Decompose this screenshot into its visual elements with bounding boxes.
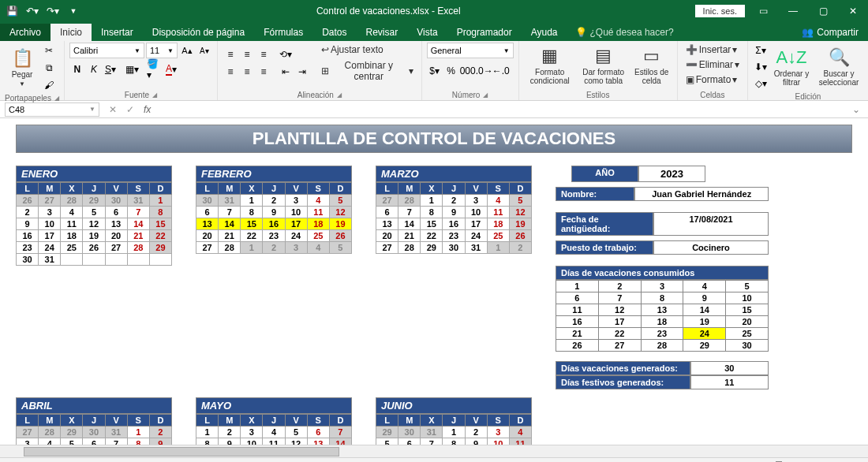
format-table-button[interactable]: ▤Dar formato como tabla: [578, 43, 630, 88]
merge-icon: ⊞: [321, 65, 329, 76]
name-box[interactable]: C48▼: [5, 102, 99, 117]
orientation-icon[interactable]: ⟲▾: [278, 47, 294, 62]
calendar-mayo: MAYOLMXJVSD12345678910111213141516171819…: [196, 397, 352, 445]
percent-icon[interactable]: %: [443, 63, 459, 79]
share-button[interactable]: 👥Compartir: [792, 24, 868, 41]
font-size-combo[interactable]: 11▼: [146, 43, 178, 58]
fx-icon[interactable]: fx: [139, 104, 155, 115]
currency-icon[interactable]: $▾: [427, 63, 443, 79]
tab-home[interactable]: Inicio: [51, 24, 92, 41]
cell-style-icon: ▭: [643, 46, 660, 66]
align-middle-icon[interactable]: ≡: [239, 47, 255, 62]
expand-formula-icon[interactable]: ⌄: [852, 104, 860, 115]
tab-developer[interactable]: Programador: [447, 24, 522, 41]
tab-help[interactable]: Ayuda: [522, 24, 567, 41]
enter-formula-icon[interactable]: ✓: [122, 104, 139, 115]
fill-color-icon[interactable]: 🪣▾: [147, 61, 163, 77]
qat-customize-icon[interactable]: ▼: [65, 2, 82, 20]
insert-icon: ➕: [686, 44, 698, 55]
autosum-icon[interactable]: Σ▾: [753, 43, 769, 58]
merge-center-button[interactable]: ⊞Combinar y centrar▾: [318, 58, 417, 84]
grow-font-icon[interactable]: A▴: [179, 43, 195, 58]
formula-input[interactable]: [155, 102, 852, 117]
align-right-icon[interactable]: ≡: [256, 64, 271, 80]
font-color-icon[interactable]: A▾: [163, 61, 179, 77]
group-clipboard: 📋Pegar▼ ✂ ⧉ 🖌 Portapapeles◢: [0, 41, 65, 100]
copy-icon[interactable]: ⧉: [41, 60, 57, 76]
tab-review[interactable]: Revisar: [357, 24, 408, 41]
border-icon[interactable]: ▦▾: [125, 61, 140, 77]
clear-icon[interactable]: ◇▾: [753, 76, 769, 91]
wrap-text-button[interactable]: ↩Ajustar texto: [318, 43, 417, 57]
align-launcher-icon[interactable]: ◢: [337, 91, 342, 99]
format-painter-icon[interactable]: 🖌: [41, 77, 57, 93]
decrease-decimal-icon[interactable]: ←.0: [493, 63, 509, 79]
align-top-icon[interactable]: ≡: [223, 47, 238, 62]
wrap-icon: ↩: [321, 44, 329, 55]
comma-icon[interactable]: 000: [460, 63, 476, 79]
lightbulb-icon: 💡: [575, 27, 587, 38]
window-title: Control de vacaciones.xlsx - Excel: [82, 6, 695, 17]
format-cells-button[interactable]: ▣Formato▾: [683, 73, 741, 87]
calendar-marzo: MARZOLMXJVSD2728123456789101112131415161…: [376, 166, 532, 389]
calendar-junio: JUNIOLMXJVSD2930311234567891011121314151…: [376, 397, 532, 445]
tab-layout[interactable]: Disposición de página: [143, 24, 254, 41]
number-format-combo[interactable]: General▼: [427, 43, 514, 58]
conditional-format-button[interactable]: ▦Formato condicional: [524, 43, 576, 88]
normal-view-icon[interactable]: ▦: [650, 460, 671, 463]
tab-data[interactable]: Datos: [312, 24, 356, 41]
worksheet-area[interactable]: PLANTILLA DE CONTROL DE VACACIONES ENERO…: [0, 118, 868, 445]
signin-button[interactable]: Inic. ses.: [695, 5, 745, 17]
cancel-formula-icon[interactable]: ✕: [104, 104, 122, 115]
increase-decimal-icon[interactable]: .0→: [477, 63, 492, 79]
save-icon[interactable]: 💾: [3, 2, 21, 20]
tab-file[interactable]: Archivo: [0, 24, 51, 41]
shrink-font-icon[interactable]: A▾: [196, 43, 212, 58]
ribbon-display-icon[interactable]: ▭: [751, 0, 775, 22]
calendar-abril: ABRILLMXJVSD2728293031123456789101112131…: [16, 397, 172, 445]
tell-me[interactable]: 💡¿Qué desea hacer?: [567, 24, 682, 41]
undo-icon[interactable]: ↶▾: [24, 2, 41, 20]
clipboard-launcher-icon[interactable]: ◢: [54, 95, 59, 102]
font-name-combo[interactable]: Calibri▼: [69, 43, 144, 58]
tab-formulas[interactable]: Fórmulas: [254, 24, 312, 41]
align-center-icon[interactable]: ≡: [239, 64, 255, 80]
delete-cells-button[interactable]: ➖Eliminar▾: [683, 58, 743, 72]
increase-indent-icon[interactable]: ⇥: [294, 64, 310, 80]
group-editing: Σ▾ ⬇▾ ◇▾ A↓ZOrdenar y filtrar 🔍Buscar y …: [748, 41, 868, 100]
redo-icon[interactable]: ↷▾: [44, 2, 62, 20]
minimize-icon[interactable]: —: [781, 0, 805, 22]
fill-icon[interactable]: ⬇▾: [753, 59, 769, 75]
underline-icon[interactable]: S▾: [103, 61, 118, 77]
sort-filter-button[interactable]: A↓ZOrdenar y filtrar: [770, 44, 813, 90]
calendar-title: JUNIO: [376, 397, 532, 414]
close-icon[interactable]: ✕: [841, 0, 865, 22]
align-left-icon[interactable]: ≡: [223, 64, 238, 80]
cell-styles-button[interactable]: ▭Estilos de celda: [631, 43, 672, 88]
paste-button[interactable]: 📋Pegar▼: [5, 45, 39, 91]
align-bottom-icon[interactable]: ≡: [256, 47, 271, 62]
group-alignment: ≡ ≡ ≡ ⟲▾ ≡ ≡ ≡ ⇤ ⇥ ↩Ajustar texto ⊞Combi…: [218, 41, 422, 100]
share-icon: 👥: [802, 27, 814, 38]
maximize-icon[interactable]: ▢: [811, 0, 835, 22]
horizontal-scrollbar[interactable]: [0, 445, 868, 457]
bold-icon[interactable]: N: [69, 61, 85, 77]
font-launcher-icon[interactable]: ◢: [152, 91, 157, 99]
italic-icon[interactable]: K: [86, 61, 102, 77]
tab-view[interactable]: Vista: [407, 24, 447, 41]
decrease-indent-icon[interactable]: ⇤: [278, 64, 294, 80]
page-break-icon[interactable]: ▤: [691, 460, 712, 463]
cut-icon[interactable]: ✂: [41, 43, 57, 58]
title-bar: 💾 ↶▾ ↷▾ ▼ Control de vacaciones.xlsx - E…: [0, 0, 868, 22]
find-select-button[interactable]: 🔍Buscar y seleccionar: [814, 44, 863, 90]
status-bar: Listo ▦ ▦ ▥ ▤ − + 110 %: [0, 457, 868, 462]
page-layout-icon[interactable]: ▥: [671, 460, 691, 463]
calendar-title: MARZO: [376, 166, 532, 182]
cond-format-icon: ▦: [541, 46, 558, 66]
tab-insert[interactable]: Insertar: [92, 24, 143, 41]
insert-cells-button[interactable]: ➕Insertar▾: [683, 43, 741, 57]
calendar-enero: ENEROLMXJVSD2627282930311234567891011121…: [16, 166, 172, 389]
number-launcher-icon[interactable]: ◢: [483, 91, 488, 99]
formula-bar: C48▼ ✕ ✓ fx ⌄: [0, 101, 868, 118]
format-icon: ▣: [686, 74, 694, 85]
